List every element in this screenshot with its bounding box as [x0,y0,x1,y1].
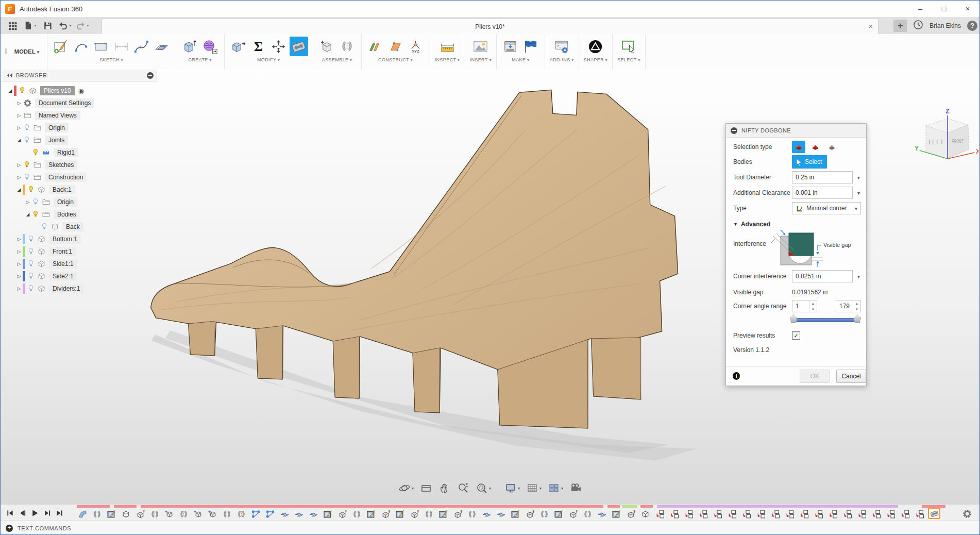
ribbon-group-label[interactable]: INSPECT [435,57,460,62]
new-component-icon[interactable] [318,37,336,56]
corner-angle-max-spinner[interactable]: 179 ▲▼ [836,300,861,312]
expand-arrow-icon[interactable]: ▷ [15,125,23,130]
preview-results-checkbox[interactable]: ✓ [792,331,800,340]
orbit-icon[interactable]: ▾ [395,480,417,496]
visibility-bulb-icon[interactable] [27,272,36,281]
tree-item-label[interactable]: Pliers v10 [40,86,75,95]
browser-minimize-icon[interactable] [147,72,154,79]
tree-item-front-1[interactable]: ▷Front:1 [3,245,157,258]
selection-type-body-icon[interactable] [825,141,838,153]
expand-arrow-icon[interactable]: ▷ [24,199,31,205]
timeline-feature-instance-icon[interactable] [740,509,752,519]
spin-down-icon[interactable]: ▼ [809,306,817,312]
timeline-feature-component-icon[interactable] [192,509,204,519]
tree-item-label[interactable]: Sketches [45,160,77,170]
timeline-feature-combine-icon[interactable] [308,509,319,519]
viewcube-front-face[interactable]: FRONT [952,138,963,144]
timeline-feature-link-icon[interactable] [250,509,261,519]
dialog-collapse-icon[interactable] [731,127,737,134]
corner-interference-dropdown-icon[interactable]: ▾ [857,274,860,279]
timeline-feature-instance-icon[interactable] [784,509,795,519]
tree-item-label[interactable]: Bodies [54,210,80,219]
display-settings-icon[interactable]: ▾ [501,480,523,496]
timeline-feature-instance-icon[interactable] [697,509,708,519]
measure-icon[interactable] [438,37,457,56]
dropdown-caret-icon[interactable]: ▾ [412,486,414,491]
timeline-feature-fillet-icon[interactable] [77,509,88,519]
expand-arrow-icon[interactable]: ◢ [24,212,31,217]
timeline-feature-instance-icon[interactable] [885,509,896,519]
timeline-feature-extrude-icon[interactable] [409,509,420,519]
visibility-bulb-icon[interactable] [31,148,40,157]
visibility-bulb-icon[interactable] [27,259,36,269]
go-to-end-button[interactable] [54,508,65,518]
ribbon-group-label[interactable]: SKETCH [99,57,123,62]
scripts-icon[interactable]: >_ [552,37,571,56]
tree-item-label[interactable]: Back:1 [49,185,75,194]
tree-item-label[interactable]: Rigid1 [54,148,78,157]
expand-arrow-icon[interactable]: ▷ [15,101,23,106]
expand-arrow-icon[interactable]: ◢ [15,187,23,192]
ribbon-group-label[interactable]: CREATE [189,57,212,62]
tree-item-rigid1[interactable]: Rigid1 [3,146,157,159]
tool-diameter-input[interactable]: 0.25 in [792,171,853,183]
text-commands-expand-icon[interactable] [6,525,13,532]
tree-item-label[interactable]: Front:1 [49,247,76,256]
timeline-feature-dogbone-active-icon[interactable] [928,508,940,519]
corner-angle-slider[interactable] [790,314,861,324]
tree-item-origin[interactable]: ▷Origin [3,196,157,208]
visibility-bulb-icon[interactable] [31,197,40,207]
ribbon-group-label[interactable]: SHAPER [584,57,607,62]
viewcube-left-face[interactable]: LEFT [928,139,944,146]
timeline-feature-joint-icon[interactable] [221,509,232,519]
tree-item-back-1[interactable]: ◢Back:1 [3,183,157,196]
info-icon[interactable]: i [733,372,740,380]
zoom-icon[interactable] [454,480,472,496]
ribbon-group-label[interactable]: MAKE [512,57,529,62]
collapse-panel-icon[interactable] [6,72,13,78]
timeline-feature-extrude-icon[interactable] [524,509,535,519]
visibility-bulb-icon[interactable] [27,185,36,194]
make-flag-icon[interactable] [521,37,540,56]
tree-item-pliers-v10[interactable]: ◢Pliers v10◉ [3,85,157,97]
timeline-feature-instance-icon[interactable] [712,509,723,519]
timeline-feature-instance-icon[interactable] [683,509,694,519]
tree-item-document-settings[interactable]: ▷Document Settings [3,97,157,109]
additional-clearance-dropdown-icon[interactable]: ▾ [857,190,860,196]
help-button[interactable]: ? [967,21,977,31]
new-tab-button[interactable]: + [893,20,907,32]
expand-arrow-icon[interactable]: ◢ [7,88,14,93]
timeline-feature-sketch-icon[interactable] [553,509,564,519]
corner-angle-min-value[interactable]: 1 [792,300,809,312]
redo-icon[interactable]: ▾ [74,19,91,33]
timeline-feature-instance-icon[interactable] [856,509,867,519]
corner-angle-min-spinner[interactable]: 1 ▲▼ [792,300,817,312]
minimize-button[interactable]: – [908,1,932,17]
timeline-feature-instance-icon[interactable] [726,509,737,519]
timeline-feature-mirror-icon[interactable] [91,509,103,519]
timeline-feature-instance-icon[interactable] [668,509,680,519]
tree-item-back[interactable]: Back [3,221,157,233]
maximize-button[interactable]: □ [932,1,956,17]
visibility-bulb-icon[interactable] [23,136,31,145]
joint-icon[interactable] [338,37,357,56]
select-box-icon[interactable] [619,37,638,56]
tool-diameter-dropdown-icon[interactable]: ▾ [857,175,860,180]
tree-item-label[interactable]: Bottom:1 [49,235,81,244]
expand-arrow-icon[interactable]: ◢ [15,138,23,143]
tree-item-bottom-1[interactable]: ▷Bottom:1 [3,233,157,245]
tree-item-origin[interactable]: ▷Origin [3,122,157,134]
workspace-label[interactable]: MODEL [14,48,40,55]
dogbone-active-icon[interactable] [290,37,308,56]
dropdown-caret-icon[interactable]: ▾ [489,486,491,491]
close-button[interactable]: × [956,1,979,17]
shaper-icon[interactable] [586,37,605,56]
insert-image-icon[interactable] [471,37,490,56]
tree-item-named-views[interactable]: ▷Named Views [3,109,157,122]
ribbon-group-label[interactable]: INSERT [470,57,492,62]
tree-item-label[interactable]: Origin [54,197,77,207]
ribbon-group-label[interactable]: ADD-INS [550,57,574,62]
tab-close-icon[interactable]: × [868,22,873,30]
timeline-feature-extrude-icon[interactable] [567,509,579,519]
spline-icon[interactable] [132,37,151,56]
